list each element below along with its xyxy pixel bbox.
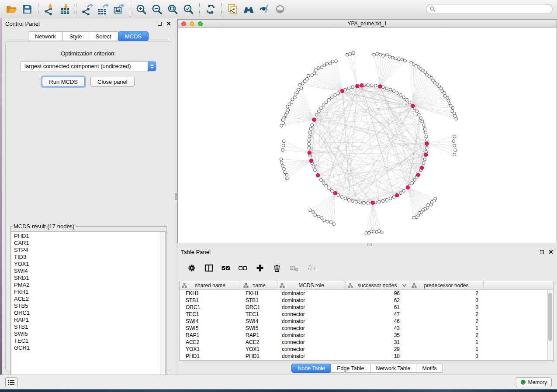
table-scrollbar[interactable] bbox=[547, 290, 553, 360]
tab-mcds[interactable]: MCDS bbox=[118, 31, 149, 41]
table-row-SWI5[interactable]: SWI5SWI5connector431 bbox=[180, 325, 553, 332]
show-hidden-button[interactable] bbox=[272, 2, 288, 17]
column-header-shared-name[interactable]: shared name bbox=[180, 281, 241, 289]
open-session-icon bbox=[6, 3, 17, 15]
table-row-FKH1[interactable]: FKH1FKH1dominator962 bbox=[180, 290, 553, 297]
mcds-hub-node[interactable] bbox=[333, 191, 337, 195]
mcds-hub-node[interactable] bbox=[316, 173, 320, 177]
zoom-in-button[interactable] bbox=[133, 2, 149, 17]
table-row-ACE2[interactable]: ACE2ACE2connector311 bbox=[180, 339, 553, 346]
mcds-result-item[interactable]: ORC1 bbox=[14, 309, 165, 316]
mcds-hub-node[interactable] bbox=[424, 153, 428, 157]
refresh-button[interactable] bbox=[203, 2, 218, 17]
column-header-successor-nodes[interactable]: successor nodes bbox=[346, 281, 409, 289]
mcds-hub-node[interactable] bbox=[356, 84, 360, 88]
splitter-handle[interactable] bbox=[175, 193, 177, 200]
mcds-hub-node[interactable] bbox=[420, 166, 424, 170]
hide-selected-button[interactable] bbox=[256, 2, 272, 17]
search-input[interactable] bbox=[438, 6, 549, 12]
mcds-result-item[interactable]: FKH1 bbox=[14, 289, 165, 296]
scrollbar-thumb[interactable] bbox=[548, 293, 552, 341]
search-network-button[interactable] bbox=[241, 2, 256, 17]
zoom-out-button[interactable] bbox=[149, 2, 165, 17]
import-table-button[interactable] bbox=[57, 2, 73, 17]
column-header-name[interactable]: name bbox=[241, 281, 277, 289]
import-network-button[interactable] bbox=[42, 2, 57, 17]
open-session-button[interactable] bbox=[3, 2, 19, 17]
float-window-icon[interactable] bbox=[158, 22, 162, 26]
table-row-STB1[interactable]: STB1STB1dominator620 bbox=[180, 297, 553, 304]
split-panel-button[interactable] bbox=[202, 261, 215, 275]
mcds-result-item[interactable]: PMA2 bbox=[14, 282, 165, 289]
zoom-fit-button[interactable] bbox=[165, 2, 180, 17]
column-header-predecessor-nodes[interactable]: predecessor nodes bbox=[409, 281, 484, 289]
mcds-hub-node[interactable] bbox=[411, 104, 415, 108]
column-header-MCDS-role[interactable]: MCDS role bbox=[277, 281, 346, 289]
mcds-hub-node[interactable] bbox=[371, 201, 375, 205]
settings-button[interactable] bbox=[185, 261, 198, 275]
tab-network-table[interactable]: Network Table bbox=[370, 364, 417, 373]
table-row-RAP1[interactable]: RAP1RAP1dominator352 bbox=[180, 332, 553, 339]
close-panel-button[interactable]: Close panel bbox=[90, 77, 135, 87]
run-mcds-button[interactable]: Run MCDS bbox=[42, 77, 85, 87]
optimization-criterion-dropdown[interactable]: largest connected component (undirected) bbox=[20, 61, 156, 71]
float-window-icon[interactable] bbox=[540, 250, 544, 254]
mcds-hub-node[interactable] bbox=[309, 159, 313, 163]
mcds-hub-node[interactable] bbox=[425, 142, 429, 146]
network-canvas[interactable] bbox=[178, 28, 557, 243]
tab-network[interactable]: Network bbox=[28, 31, 63, 41]
mcds-result-item[interactable]: STB5 bbox=[14, 303, 165, 309]
mcds-result-item[interactable]: STB1 bbox=[14, 323, 165, 330]
mcds-result-item[interactable]: SRD1 bbox=[14, 275, 165, 282]
tab-motifs[interactable]: Motifs bbox=[416, 364, 443, 373]
mcds-hub-node[interactable] bbox=[406, 186, 410, 189]
export-image-button[interactable] bbox=[111, 2, 127, 17]
mcds-result-item[interactable]: GCR1 bbox=[14, 344, 165, 351]
mcds-hub-node[interactable] bbox=[378, 85, 382, 89]
tab-style[interactable]: Style bbox=[62, 31, 89, 41]
add-column-button[interactable] bbox=[253, 261, 266, 275]
table-row-PHD1[interactable]: PHD1PHD1dominator180 bbox=[180, 353, 553, 360]
mcds-result-item[interactable]: ACE2 bbox=[14, 296, 165, 303]
mcds-hub-node[interactable] bbox=[395, 193, 399, 197]
close-panel-icon[interactable]: ✕ bbox=[548, 250, 554, 254]
mcds-result-item[interactable]: STP4 bbox=[14, 247, 165, 254]
mcds-result-item[interactable]: TEC1 bbox=[14, 337, 165, 344]
table-row-TEC1[interactable]: TEC1TEC1connector472 bbox=[180, 311, 553, 318]
mcds-result-item[interactable]: PHD1 bbox=[14, 233, 165, 240]
mcds-result-item[interactable]: YOX1 bbox=[14, 261, 165, 268]
save-session-button[interactable] bbox=[19, 2, 35, 17]
mcds-hub-node[interactable] bbox=[360, 83, 364, 87]
deselect-all-button[interactable] bbox=[236, 261, 249, 275]
mcds-result-item[interactable]: SWI4 bbox=[14, 268, 165, 275]
close-panel-icon[interactable]: ✕ bbox=[166, 22, 171, 26]
tab-edge-table[interactable]: Edge Table bbox=[331, 364, 370, 373]
export-table-icon bbox=[97, 3, 109, 15]
select-all-button[interactable] bbox=[219, 261, 232, 275]
tab-node-table[interactable]: Node Table bbox=[291, 364, 331, 373]
memory-button[interactable]: Memory bbox=[516, 377, 552, 387]
mcds-hub-node[interactable] bbox=[312, 118, 316, 122]
delete-column-button[interactable] bbox=[270, 261, 284, 275]
cell-shared-name: TEC1 bbox=[180, 311, 241, 318]
mcds-result-item[interactable]: CAR1 bbox=[14, 240, 165, 247]
zoom-selected-button[interactable] bbox=[180, 2, 196, 17]
mcds-result-item[interactable]: TID3 bbox=[14, 254, 165, 261]
network-window-titlebar[interactable]: YPA_prune.txt_1 bbox=[178, 20, 557, 28]
cell-predecessor-nodes: 1 bbox=[409, 339, 484, 346]
mcds-hub-node[interactable] bbox=[340, 89, 344, 93]
tab-select[interactable]: Select bbox=[89, 31, 118, 41]
export-table-button[interactable] bbox=[95, 2, 111, 17]
mcds-hub-node[interactable] bbox=[416, 173, 420, 177]
export-network-button[interactable] bbox=[80, 2, 95, 17]
clone-network-button[interactable] bbox=[225, 2, 241, 17]
table-row-YOX1[interactable]: YOX1YOX1connector291 bbox=[180, 346, 553, 353]
mcds-result-item[interactable]: RAP1 bbox=[14, 316, 165, 323]
table-row-ORC1[interactable]: ORC1ORC1dominator610 bbox=[180, 304, 553, 311]
table-row-SWI4[interactable]: SWI4SWI4dominator462 bbox=[180, 318, 553, 325]
mcds-list-scrollbar[interactable] bbox=[160, 232, 165, 387]
task-history-button[interactable] bbox=[5, 377, 17, 387]
mcds-result-item[interactable]: SWI5 bbox=[14, 330, 165, 337]
mcds-hub-node[interactable] bbox=[308, 151, 311, 155]
mcds-result-list[interactable]: PHD1CAR1STP4TID3YOX1SWI4SRD1PMA2FKH1ACE2… bbox=[11, 231, 166, 388]
